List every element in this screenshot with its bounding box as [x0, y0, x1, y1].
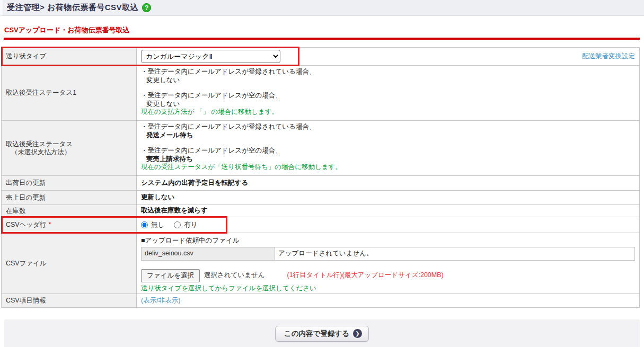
status1-action2: 変更しない: [141, 100, 635, 109]
radio-header-yes[interactable]: [174, 221, 181, 228]
shipping-type-label: 送り状タイプ: [2, 48, 137, 65]
arrow-right-icon: ❯: [353, 329, 362, 338]
stock-value: 取込後在庫数を減らす: [137, 205, 639, 217]
required-asterisk: *: [49, 221, 51, 229]
csv-file-label: CSVファイル: [2, 233, 137, 293]
row-status1: 取込後受注ステータス1 ・受注データ内にメールアドレスが登録されている場合、 変…: [2, 65, 639, 120]
pending-upload-title: ■アップロード依頼中のファイル: [141, 236, 635, 247]
breadcrumb-bar: 受注管理> お荷物伝票番号CSV取込 ?: [0, 0, 644, 16]
file-warning-text: (1行目タイトル行)(最大アップロードサイズ:200MB): [287, 271, 444, 280]
section-divider: [4, 38, 640, 40]
pending-upload-table: deliv_seinou.csv アップロードされていません。: [141, 247, 635, 261]
status2-condition1: ・受注データ内にメールアドレスが登録されている場合、: [141, 123, 635, 131]
status2-note: 現在の受注ステータスが「送り状番号待ち」の場合に移動します。: [141, 163, 635, 172]
spacer: [141, 84, 635, 92]
breadcrumb: 受注管理> お荷物伝票番号CSV取込: [7, 3, 138, 13]
status1-label: 取込後受注ステータス1: [2, 66, 137, 120]
status2-label-line2: （未選択支払方法）: [6, 148, 132, 156]
row-csv-header: CSVヘッダ行 * 無し 有り: [2, 217, 639, 233]
radio-header-none-label: 無し: [151, 221, 164, 229]
row-csv-file: CSVファイル ■アップロード依頼中のファイル deliv_seinou.csv…: [2, 233, 639, 293]
sales-date-label: 売上日の更新: [2, 191, 137, 204]
row-ship-date: 出荷日の更新 システム内の出荷予定日を転記する: [2, 175, 639, 190]
row-sales-date: 売上日の更新 更新しない: [2, 190, 639, 204]
row-status2: 取込後受注ステータス （未選択支払方法） ・受注データ内にメールアドレスが登録さ…: [2, 120, 639, 175]
status2-action2: 実売上請求待ち: [141, 155, 635, 164]
submit-button-label: この内容で登録する: [284, 329, 349, 339]
status2-condition2: ・受注データ内にメールアドレスが空の場合、: [141, 147, 635, 155]
section-title: CSVアップロード・お荷物伝票番号取込: [4, 25, 640, 35]
choose-file-button[interactable]: ファイルを選択: [141, 269, 200, 282]
footer-bar: この内容で登録する ❯: [4, 319, 640, 347]
submit-button[interactable]: この内容で登録する ❯: [275, 326, 369, 342]
row-shipping-type: 送り状タイプ カンガルーマジックⅡ 配送業者変換設定: [2, 48, 639, 65]
radio-header-none[interactable]: [141, 221, 148, 228]
help-icon[interactable]: ?: [142, 3, 151, 12]
carrier-conversion-settings-link[interactable]: 配送業者変換設定: [582, 52, 635, 61]
status2-label-line1: 取込後受注ステータス: [6, 140, 132, 148]
pending-file-name: deliv_seinou.csv: [142, 247, 275, 260]
show-hide-toggle-link[interactable]: (表示/非表示): [141, 297, 180, 305]
no-file-chosen-text: 選択されていません: [204, 271, 265, 280]
csv-info-label: CSV項目情報: [2, 294, 137, 307]
csv-import-form-table: 送り状タイプ カンガルーマジックⅡ 配送業者変換設定 取込後受注ステータス1 ・…: [1, 47, 640, 308]
row-csv-info: CSV項目情報 (表示/非表示): [2, 293, 639, 307]
status1-condition2: ・受注データ内にメールアドレスが空の場合、: [141, 92, 635, 100]
status2-action1: 発送メール待ち: [141, 131, 635, 140]
radio-header-yes-label: 有り: [184, 221, 197, 229]
spacer: [141, 139, 635, 147]
stock-label: 在庫数: [2, 205, 137, 217]
ship-date-value: システム内の出荷予定日を転記する: [137, 176, 639, 190]
status1-note: 現在の支払方法が 「」 の場合に移動します。: [141, 108, 635, 117]
shipping-type-select[interactable]: カンガルーマジックⅡ: [141, 50, 280, 63]
status1-condition1: ・受注データ内にメールアドレスが登録されている場合、: [141, 68, 635, 76]
pending-file-status: アップロードされていません。: [275, 247, 634, 260]
file-hint-text: 送り状タイプを選択してからファイルを選択してください: [141, 284, 635, 293]
status1-action1: 変更しない: [141, 76, 635, 85]
sales-date-value: 更新しない: [137, 191, 639, 204]
ship-date-label: 出荷日の更新: [2, 176, 137, 190]
row-stock: 在庫数 取込後在庫数を減らす: [2, 204, 639, 217]
csv-header-label: CSVヘッダ行: [6, 221, 47, 229]
